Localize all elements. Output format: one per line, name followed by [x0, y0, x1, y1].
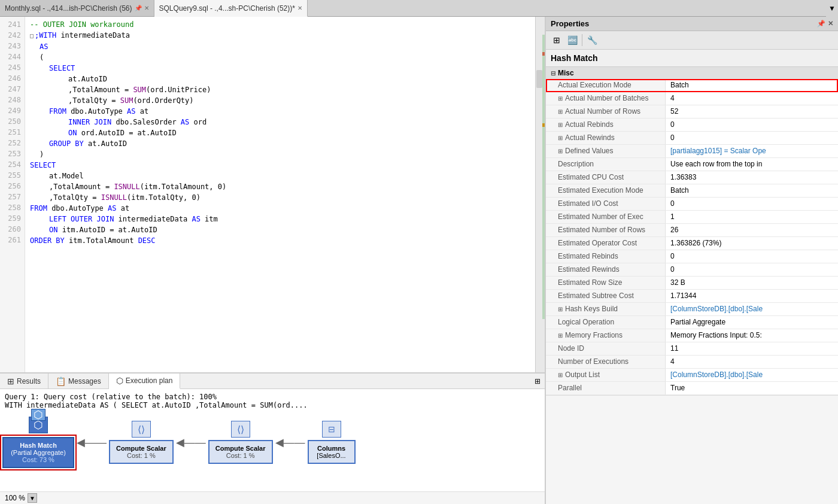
execution-plan-content: Query 1: Query cost (relative to the bat…	[0, 389, 545, 491]
properties-panel: Properties 📌 ✕ ⊞ 🔤 🔧 Hash Match	[545, 17, 838, 504]
prop-est-rewinds: Estimated Rewinds 0	[546, 263, 838, 277]
code-line-245: SELECT	[25, 63, 535, 74]
bottom-panel: ⊞ Results 📋 Messages ⬡ Execution plan ⊞	[0, 372, 545, 504]
code-line-260: ON itm.AutoID = at.AutoID	[25, 224, 535, 235]
prop-name-logical-op: Logical Operation	[546, 316, 666, 329]
prop-actual-execution-mode: Actual Execution Mode Batch	[546, 79, 838, 92]
hash-match-label: Hash Match	[10, 442, 67, 449]
tab-dropdown[interactable]: ▼	[826, 0, 838, 17]
prop-est-exec-mode: Estimated Execution Mode Batch	[546, 184, 838, 198]
code-line-251: ON ord.AutoID = at.AutoID	[25, 127, 535, 138]
code-editor-content[interactable]: -- OUTER JOIN workaround □;WITH intermed…	[25, 17, 535, 372]
prop-value-est-exec-mode: Batch	[666, 184, 838, 197]
expand-icon-rewinds[interactable]: ⊞	[558, 135, 563, 141]
tab-sqlquery9-label: SQLQuery9.sql - .,4...sh-PC\Cherish (52)…	[159, 4, 295, 13]
prop-value-parallel: True	[666, 382, 838, 394]
compute2-cost: Cost: 1 %	[215, 452, 266, 459]
code-line-250: INNER JOIN dbo.SalesOrder AS ord	[25, 117, 535, 127]
prop-value-actual-rebinds: 0	[666, 119, 838, 131]
prop-num-executions: Number of Executions 4	[546, 356, 838, 369]
tab-results[interactable]: ⊞ Results	[0, 374, 48, 388]
prop-est-op-cost: Estimated Operator Cost 1.363826 (73%)	[546, 237, 838, 250]
tab-monthly-close[interactable]: ✕	[144, 5, 149, 11]
code-line-248: ,TotalQty = SUM(ord.OrderQty)	[25, 95, 535, 106]
tab-messages[interactable]: 📋 Messages	[48, 374, 109, 388]
plan-arrow-3: ◀——	[275, 436, 305, 449]
properties-title: Properties	[551, 19, 589, 28]
plan-node-compute2[interactable]: ⟨⟩ Compute Scalar Cost: 1 %	[208, 421, 273, 464]
columns-box[interactable]: Columns [SalesO...	[308, 440, 356, 464]
plan-node-compute1[interactable]: ⟨⟩ Compute Scalar Cost: 1 %	[109, 421, 174, 464]
expand-icon-memory[interactable]: ⊞	[558, 332, 563, 339]
compute1-icon: ⟨⟩	[132, 421, 151, 438]
code-line-257: ,TotalQty = ISNULL(itm.TotalQty, 0)	[25, 192, 535, 203]
prop-value-est-num-exec: 1	[666, 211, 838, 223]
expand-icon-rebinds[interactable]: ⊞	[558, 122, 563, 128]
props-wrench-btn[interactable]: 🔧	[585, 34, 599, 47]
prop-value-num-executions: 4	[666, 356, 838, 368]
code-line-252: GROUP BY at.AutoID	[25, 138, 535, 149]
prop-name-actual-execution-mode: Actual Execution Mode	[546, 79, 666, 92]
expand-icon-batches[interactable]: ⊞	[558, 95, 563, 102]
tab-sqlquery9-close[interactable]: ✕	[297, 5, 302, 11]
tab-sqlquery9[interactable]: SQLQuery9.sql - .,4...sh-PC\Cherish (52)…	[154, 0, 308, 17]
props-sort-btn[interactable]: 🔤	[565, 34, 579, 47]
prop-actual-rows: ⊞Actual Number of Rows 52	[546, 105, 838, 119]
scroll-thumb[interactable]	[536, 70, 542, 88]
props-content[interactable]: ⊟ Misc Actual Execution Mode Batch ⊞Actu…	[546, 67, 838, 504]
prop-group-misc-header[interactable]: ⊟ Misc	[546, 67, 838, 79]
compute2-box[interactable]: Compute Scalar Cost: 1 %	[208, 440, 273, 464]
tab-messages-label: Messages	[68, 377, 101, 385]
prop-name-est-subtree-cost: Estimated Subtree Cost	[546, 290, 666, 302]
zoom-dropdown[interactable]: ▼	[28, 493, 37, 503]
code-line-243: AS	[25, 41, 535, 52]
plan-node-hash-match[interactable]: ⬡ ⬡ Hash Match (Partial Aggregate) Cost:…	[2, 417, 74, 468]
tab-monthly-pin[interactable]: 📌	[135, 5, 142, 11]
plan-arrow-2: ◀——	[176, 436, 206, 449]
code-line-247: ,TotalAmount = SUM(ord.UnitPrice)	[25, 84, 535, 95]
plan-node-columns[interactable]: ⊟ Columns [SalesO...	[308, 421, 356, 464]
expand-icon-hash[interactable]: ⊞	[558, 306, 563, 312]
prop-value-hash-keys-build: [ColumnStoreDB].[dbo].[Sale	[666, 303, 838, 315]
columns-sublabel: [SalesO...	[315, 452, 348, 459]
prop-est-io-cost: Estimated I/O Cost 0	[546, 198, 838, 211]
zoom-level: 100 %	[5, 494, 25, 502]
tab-monthly[interactable]: Monthly.sql - .,414...ish-PC\Cherish (56…	[0, 0, 154, 16]
hash-match-sublabel: (Partial Aggregate)	[10, 449, 67, 456]
toolbar-separator	[582, 34, 582, 46]
expand-icon-defined[interactable]: ⊞	[558, 148, 563, 154]
tab-monthly-label: Monthly.sql - .,414...ish-PC\Cherish (56…	[5, 4, 132, 13]
query-sql-line: WITH intermediateData AS ( SELECT at.Aut…	[5, 401, 540, 409]
prop-memory-fractions: ⊞Memory Fractions Memory Fractions Input…	[546, 329, 838, 342]
panel-dock-btn[interactable]: ⊞	[530, 374, 545, 389]
expand-icon-rows[interactable]: ⊞	[558, 108, 563, 115]
expand-icon-output[interactable]: ⊞	[558, 372, 563, 378]
prop-defined-values: ⊞Defined Values [partialagg1015] = Scala…	[546, 145, 838, 158]
prop-value-logical-op: Partial Aggregate	[666, 316, 838, 329]
prop-value-output-list: [ColumnStoreDB].[dbo].[Sale	[666, 369, 838, 381]
props-categorized-btn[interactable]: ⊞	[549, 34, 564, 47]
tab-execution-plan[interactable]: ⬡ Execution plan	[109, 374, 181, 389]
props-close-btn[interactable]: ✕	[828, 20, 833, 28]
prop-value-node-id: 11	[666, 342, 838, 355]
scroll-green-bar	[542, 35, 545, 319]
prop-name-est-op-cost: Estimated Operator Cost	[546, 237, 666, 250]
prop-est-num-exec: Estimated Number of Exec 1	[546, 211, 838, 224]
prop-name-actual-rebinds: ⊞Actual Rebinds	[546, 119, 666, 131]
plan-arrow-1: ◀——	[77, 436, 107, 449]
code-line-242: □;WITH intermediateData	[25, 30, 535, 41]
prop-name-est-num-rows: Estimated Number of Rows	[546, 224, 666, 236]
editor-scrollbar[interactable]	[535, 17, 545, 372]
prop-name-memory-fractions: ⊞Memory Fractions	[546, 329, 666, 342]
props-pin-btn[interactable]: 📌	[817, 20, 825, 28]
hash-match-box[interactable]: Hash Match (Partial Aggregate) Cost: 73 …	[2, 437, 74, 468]
prop-name-parallel: Parallel	[546, 382, 666, 394]
prop-output-list: ⊞Output List [ColumnStoreDB].[dbo].[Sale	[546, 369, 838, 382]
prop-actual-rewinds: ⊞Actual Rewinds 0	[546, 132, 838, 145]
compute1-box[interactable]: Compute Scalar Cost: 1 %	[109, 440, 174, 464]
query-cost-line: Query 1: Query cost (relative to the bat…	[5, 393, 540, 401]
prop-value-est-op-cost: 1.363826 (73%)	[666, 237, 838, 250]
tab-results-label: Results	[17, 377, 41, 385]
code-line-254: SELECT	[25, 160, 535, 171]
execution-plan-icon: ⬡	[116, 376, 123, 385]
